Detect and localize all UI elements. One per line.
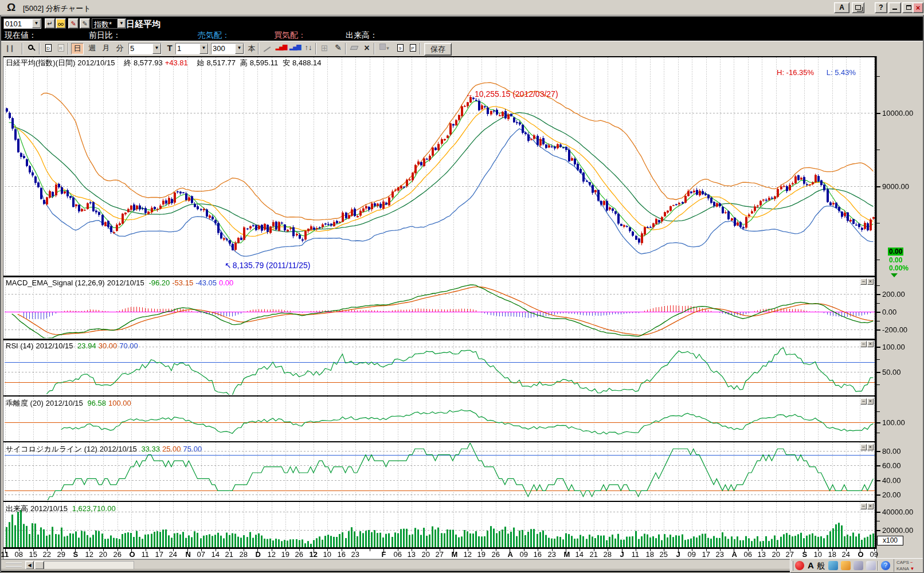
rsi-minimize-button[interactable]: − — [860, 341, 867, 347]
volume-unit-box: x100 — [877, 536, 903, 545]
ime-grip[interactable] — [792, 561, 793, 571]
window-title: [5002] 分析チャート — [23, 3, 91, 14]
down-triangle-icon — [891, 273, 898, 277]
eraser-icon[interactable] — [349, 43, 360, 54]
kairi-minimize-button[interactable]: − — [860, 398, 867, 405]
psych-close-button[interactable]: × — [867, 444, 874, 450]
window-titlebar: Ω [5002] 分析チャート A ? × — [0, 0, 924, 15]
ime-conversion-mode[interactable]: 般 — [817, 561, 825, 571]
close-button[interactable]: × — [913, 2, 923, 13]
save-button[interactable]: 保存 — [424, 43, 452, 56]
low-annotation: ↖8,135.79 (2011/11/25) — [225, 261, 312, 270]
minute-select[interactable]: 5▼ — [128, 43, 162, 54]
period-day-button[interactable]: 日 — [71, 43, 84, 54]
search-binoculars-button[interactable] — [56, 18, 66, 29]
blue-histogram-icon[interactable]: ▂▄▆ — [289, 43, 300, 54]
edit-note-button[interactable]: ✎ — [68, 18, 79, 29]
copy-day-icon[interactable]: D — [42, 43, 54, 54]
high-pct: H: -16.35% — [777, 68, 814, 77]
scroll-left-button[interactable]: ◀ — [25, 561, 34, 570]
app-window: { "window":{"title":"[5002] 分析チャート","btn… — [0, 0, 924, 573]
macd-close-button[interactable]: × — [867, 278, 874, 285]
close-label: 終 — [124, 58, 131, 67]
psych-minimize-button[interactable]: − — [860, 444, 867, 450]
ime-language-bar: A 般 ? CAPS − KANA ▼ — [790, 558, 924, 573]
ime-pad-icon[interactable] — [866, 561, 876, 570]
h-scrollbar-thumb[interactable] — [34, 561, 44, 570]
kairi-panel-controls: −× — [860, 398, 874, 405]
window-select-button[interactable] — [852, 2, 864, 13]
macd-panel-controls: −× — [860, 278, 874, 285]
resize-grip[interactable] — [6, 563, 22, 567]
prev-diff-label: 前日比： — [89, 30, 121, 41]
page-paste-icon[interactable]: P — [407, 43, 418, 54]
macd-minimize-button[interactable]: − — [860, 278, 867, 285]
page-copy-icon[interactable]: 9 — [394, 43, 406, 54]
period-minute-button[interactable]: 分 — [113, 43, 126, 54]
help-button[interactable]: ? — [875, 2, 887, 13]
tick-label: T — [165, 43, 174, 54]
high-low-pct: H: -16.35% L: 5.43% — [777, 68, 858, 77]
current-value-box: 0.00 — [888, 248, 903, 256]
rsi-close-button[interactable]: × — [867, 341, 874, 347]
bottom-statusbar: ◀ — [0, 559, 924, 573]
low-pct: L: 5.43% — [827, 68, 856, 77]
volume-close-button[interactable]: × — [867, 503, 874, 509]
app-logo-icon: Ω — [7, 1, 15, 14]
red-histogram-icon[interactable]: ▂▄▆ — [275, 43, 287, 54]
bar-unit-label: 本 — [246, 43, 257, 54]
save-layout-icon[interactable]: ▼ — [377, 43, 392, 54]
volume-minimize-button[interactable]: − — [860, 503, 867, 509]
zoom-icon[interactable] — [25, 43, 38, 54]
bid-label: 買気配： — [274, 30, 306, 41]
macd-panel-header: MACD_EMA_Signal (12,26,9)2012/10/15 -96.… — [6, 278, 236, 287]
period-week-button[interactable]: 週 — [86, 43, 99, 54]
ask-label: 売気配： — [198, 30, 230, 41]
ime-pen-icon[interactable] — [795, 561, 804, 570]
price-date: 2012/10/15 — [77, 58, 115, 67]
ime-toolbox-icon[interactable] — [841, 561, 851, 570]
price-title: 日経平均(指数)(日間) — [6, 58, 75, 67]
symbol-code-dropdown-icon[interactable]: ▼ — [32, 19, 41, 28]
rsi-panel-controls: −× — [860, 341, 874, 348]
ime-tools-icon[interactable] — [853, 561, 863, 570]
window-left-border — [0, 15, 1, 573]
copy-r-icon[interactable]: R — [55, 43, 66, 54]
volume-panel-header: 出来高2012/10/15 1,623,710.00 — [6, 504, 118, 514]
minimize-button[interactable] — [888, 2, 901, 13]
category-select[interactable]: 指数*▼ — [92, 18, 126, 29]
ime-input-mode[interactable]: A — [808, 560, 814, 570]
updown-arrows-icon[interactable]: ↑↓ — [303, 43, 314, 54]
quote-bar: 0101▼ ↵ ✎ ✎ 指数*▼ 日経平均 現在値： 前日比： 売気配： 買気配… — [0, 16, 924, 41]
symbol-name: 日経平均 — [126, 19, 160, 30]
chart-toolbar: ▎▎ D R 日 週 月 分 5▼ T 1▼ 300▼ 本 ▂▄▆ ▂▄▆ ↑↓… — [0, 41, 924, 56]
grid-icon[interactable]: ⊞ — [319, 43, 330, 54]
bar-count-select[interactable]: 300▼ — [211, 43, 244, 54]
symbol-code-input[interactable]: 0101▼ — [3, 18, 41, 29]
ime-help-icon[interactable]: ? — [881, 561, 890, 570]
kairi-panel-header: 乖離度 (20)2012/10/15 96.58100.00 — [6, 398, 134, 409]
volume-label: 出来高： — [346, 30, 378, 41]
keyboard-indicator: CAPS − KANA ▼ — [894, 559, 924, 572]
price-panel-header: 日経平均(指数)(日間)2012/10/15 終8,577.93+43.81 始… — [6, 58, 324, 68]
tick-select[interactable]: 1▼ — [175, 43, 209, 54]
kana-indicator[interactable]: KANA ▼ — [894, 566, 924, 572]
period-month-button[interactable]: 月 — [100, 43, 112, 54]
caps-indicator[interactable]: CAPS − — [894, 559, 924, 566]
volume-panel-controls: −× — [860, 503, 874, 510]
font-button[interactable]: A — [834, 2, 849, 13]
trendline-icon[interactable] — [261, 43, 273, 54]
psych-panel-header: サイコロジカルライン (12)2012/10/15 33.3325.0075.0… — [6, 444, 204, 454]
draw-clear-button[interactable]: ✎ — [80, 18, 90, 29]
change-pct-value: 0.00% — [889, 264, 909, 272]
rsi-panel-header: RSI (14)2012/10/15 23.9430.0070.00 — [6, 342, 140, 350]
pencil-icon[interactable]: ✎ — [332, 43, 344, 54]
change-value: 0.00 — [889, 256, 902, 264]
kairi-close-button[interactable]: × — [867, 398, 874, 405]
peak-annotation: ←10,255.15 (2012/03/27) — [465, 89, 561, 99]
current-price-label: 現在値： — [5, 30, 37, 41]
enter-button[interactable]: ↵ — [45, 18, 55, 29]
compare-chart-icon[interactable]: ▎▎ — [5, 43, 18, 54]
ime-palette-icon[interactable] — [828, 561, 838, 570]
delete-x-icon[interactable]: × — [361, 43, 373, 54]
